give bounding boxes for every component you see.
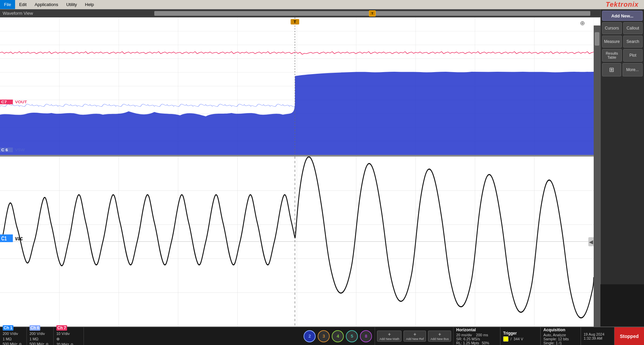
ch1-impedance: 1 MΩ: [3, 337, 24, 342]
ch1-bandwidth: 500 MHz ⚙: [3, 342, 24, 345]
ch4-button[interactable]: 4: [332, 330, 344, 342]
horizontal-sample-rate: SR: 6.25 MS/s: [456, 337, 497, 341]
add-ref-button[interactable]: + Add New Ref: [404, 331, 426, 342]
acquisition-status: Acquisition Auto, Analyze Sample: 12 bit…: [541, 327, 581, 345]
ch6-impedance: 1 MΩ: [30, 337, 51, 342]
ch6-bandwidth: 500 MHz ⚙: [30, 342, 51, 345]
more-button[interactable]: More...: [623, 63, 643, 76]
bottom-status-bar: Ch 1 200 V/div 1 MΩ 500 MHz ⚙ Ch 6 200 V…: [0, 327, 644, 345]
plot-button[interactable]: Plot: [623, 49, 643, 62]
stopped-button[interactable]: Stopped: [614, 327, 644, 345]
ch6-volts-div: 200 V/div: [30, 331, 51, 336]
lower-waveform-svg: C1 vac: [0, 157, 594, 327]
tektronix-logo: Tektronix: [606, 1, 644, 8]
acquisition-title: Acquisition: [543, 328, 578, 332]
datetime-time: 1:32:39 AM: [584, 336, 611, 340]
acquisition-analyze: Analyze: [553, 333, 566, 337]
ch7-bandwidth: 20 MHz ⚙: [56, 342, 81, 345]
menu-bar: File Edit Applications Utility Help Tekt…: [0, 0, 644, 9]
horizontal-zoom: 50%: [482, 341, 489, 345]
ch7-header[interactable]: Ch 7: [56, 325, 67, 331]
svg-text:C7: C7: [1, 100, 7, 104]
svg-text:T: T: [293, 20, 296, 23]
svg-text:C 6: C 6: [1, 148, 8, 152]
horizontal-time-val: 200 ms: [476, 333, 488, 337]
channel-buttons-group: 2 3 4 5 8: [301, 327, 375, 345]
ch6-status: Ch 6 200 V/div 1 MΩ 500 MHz ⚙: [27, 327, 54, 345]
datetime-status: 19 Aug 2024 1:32:39 AM: [581, 327, 614, 345]
ch2-button[interactable]: 2: [304, 330, 316, 342]
lower-waveform-region: C1 vac ◀: [0, 157, 594, 327]
menu-edit[interactable]: Edit: [15, 0, 31, 9]
horizontal-title: Horizontal: [456, 328, 497, 332]
ch7-status: Ch 7 10 V/div ⊕ 20 MHz ⚙: [54, 327, 84, 345]
svg-text:vac: vac: [15, 235, 23, 242]
right-scrollbar[interactable]: [594, 25, 600, 327]
add-buttons-group: + Add New Math + Add New Ref + Add New B…: [375, 327, 453, 345]
ch7-volts-div: 10 V/div: [56, 331, 81, 336]
time-cursor-handle[interactable]: T: [369, 10, 376, 16]
waveform-divider: [0, 155, 594, 157]
menu-applications[interactable]: Applications: [31, 0, 62, 9]
horizontal-time-div: 20 ms/div: [456, 333, 472, 337]
svg-text:VSW: VSW: [15, 148, 25, 152]
acquisition-single: Single: 1 /1: [543, 341, 578, 345]
trigger-slope: /: [511, 337, 512, 341]
zoom-icon[interactable]: ⊕: [580, 19, 585, 27]
waveform-container: T C7 VOUT C 6 VSW ⊕: [0, 17, 600, 327]
measure-button[interactable]: Measure: [602, 36, 622, 48]
cursors-button[interactable]: Cursors: [602, 22, 622, 34]
waveform-title-bar: Waveform View T: [0, 9, 600, 17]
horizontal-status: Horizontal 20 ms/div 200 ms SR: 6.25 MS/…: [453, 327, 500, 345]
upper-waveform-svg: T C7 VOUT C 6 VSW: [0, 17, 594, 155]
scrollbar-thumb[interactable]: [595, 32, 599, 46]
time-scroll-bar[interactable]: T: [154, 11, 590, 16]
horizontal-record-length: RL: 1.25 Mpts: [456, 341, 479, 345]
callout-button[interactable]: Callout: [623, 22, 643, 34]
results-table-button[interactable]: Results Table: [602, 49, 622, 62]
trigger-status: Trigger / 344 V: [500, 327, 541, 345]
trigger-ch-indicator: [503, 336, 508, 342]
upper-waveform-region: T C7 VOUT C 6 VSW ⊕: [0, 17, 594, 155]
main-area: Waveform View T: [0, 9, 600, 327]
collapse-arrow[interactable]: ◀: [588, 237, 594, 246]
ch6-header[interactable]: Ch 6: [30, 325, 40, 331]
svg-text:C1: C1: [1, 236, 7, 242]
ch1-status: Ch 1 200 V/div 1 MΩ 500 MHz ⚙: [0, 327, 27, 345]
acquisition-mode: Auto, Analyze: [543, 333, 578, 337]
trigger-title: Trigger: [503, 331, 538, 336]
right-panel: Add New... Cursors Callout Measure Searc…: [600, 9, 644, 284]
ch1-volts-div: 200 V/div: [3, 331, 24, 336]
ch5-button[interactable]: 5: [346, 330, 358, 342]
horizontal-values: 20 ms/div 200 ms: [456, 333, 497, 337]
trigger-level: 344 V: [514, 337, 523, 341]
waveform-view-title: Waveform View: [3, 11, 33, 16]
ch1-header[interactable]: Ch 1: [3, 325, 13, 331]
display-icon-button[interactable]: ⊞: [602, 63, 621, 76]
svg-text:VOUT: VOUT: [15, 100, 27, 104]
ch3-button[interactable]: 3: [318, 330, 330, 342]
add-new-button[interactable]: Add New...: [602, 11, 643, 21]
datetime-date: 19 Aug 2024: [584, 332, 611, 336]
ch7-impedance-icon: ⊕: [56, 336, 81, 342]
menu-file[interactable]: File: [0, 0, 15, 9]
acquisition-sample: Sample: 12 bits: [543, 337, 578, 341]
menu-utility[interactable]: Utility: [62, 0, 81, 9]
add-math-button[interactable]: + Add New Math: [377, 331, 401, 342]
search-button[interactable]: Search: [623, 36, 643, 48]
add-bus-button[interactable]: + Add New Bus: [428, 331, 451, 342]
menu-help[interactable]: Help: [81, 0, 98, 9]
ch8-button[interactable]: 8: [360, 330, 372, 342]
